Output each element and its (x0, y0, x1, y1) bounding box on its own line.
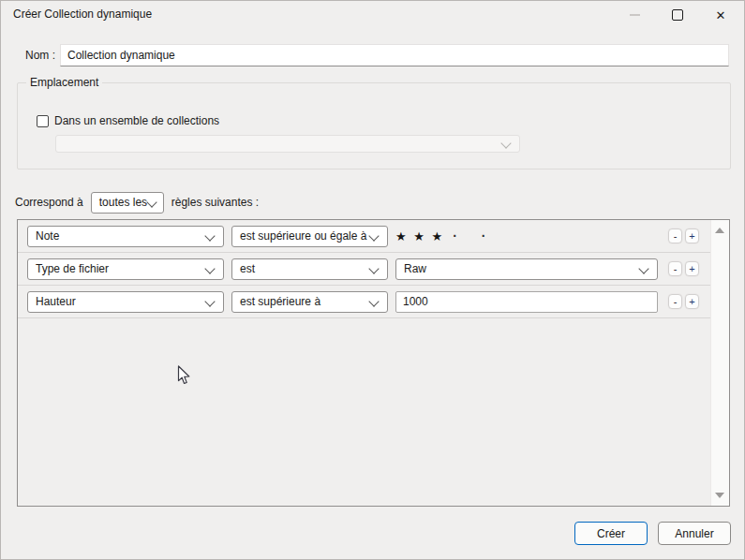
collection-set-dropdown (55, 135, 520, 153)
star-rating-empty-dots[interactable]: · · (453, 228, 496, 243)
dialog-title: Créer Collection dynamique (13, 7, 152, 21)
chevron-down-icon (500, 138, 511, 148)
cancel-button[interactable]: Annuler (658, 522, 731, 545)
rule-operator-value: est supérieure à (240, 295, 320, 308)
rule-operator-dropdown[interactable]: est supérieure ou égale à (231, 226, 388, 247)
create-button[interactable]: Créer (574, 522, 648, 545)
dialog-window: Créer Collection dynamique ✕ Nom : Empla… (0, 0, 745, 560)
match-row: Correspond à toutes les règles suivantes… (15, 191, 259, 214)
minimize-button (613, 1, 656, 29)
rule-row-file-type: Type de fichier est Raw - + (18, 253, 711, 286)
star-rating-filled[interactable]: ★ ★ ★ (395, 229, 444, 243)
rule-row-height: Hauteur est supérieure à - + (18, 286, 711, 318)
window-controls: ✕ (613, 1, 742, 29)
rule-field-value: Hauteur (36, 295, 76, 308)
rule-row-note: Note est supérieure ou égale à ★ ★ ★ · ·… (18, 220, 711, 253)
rule-value-area (395, 291, 658, 313)
location-group-title: Emplacement (26, 76, 102, 89)
close-button[interactable]: ✕ (699, 1, 742, 29)
close-icon: ✕ (716, 9, 726, 22)
rule-field-dropdown[interactable]: Hauteur (27, 291, 224, 313)
rule-operator-value: est supérieure ou égale à (240, 229, 366, 243)
add-rule-button[interactable]: + (685, 228, 699, 243)
rule-field-dropdown[interactable]: Type de fichier (27, 258, 224, 280)
rule-value-area: Raw (395, 258, 658, 280)
match-prefix-label: Correspond à (15, 196, 83, 209)
remove-rule-button[interactable]: - (668, 294, 682, 309)
collection-set-checkbox[interactable] (37, 115, 49, 127)
remove-rule-button[interactable]: - (668, 228, 682, 243)
maximize-icon (672, 9, 683, 21)
minimize-icon (630, 14, 640, 16)
rule-operator-dropdown[interactable]: est supérieure à (231, 291, 388, 313)
chevron-down-icon (368, 263, 379, 273)
remove-rule-button[interactable]: - (668, 261, 682, 276)
titlebar: Créer Collection dynamique ✕ (1, 1, 744, 29)
scroll-up-icon[interactable] (715, 228, 724, 233)
rules-rows: Note est supérieure ou égale à ★ ★ ★ · ·… (18, 220, 711, 318)
location-groupbox: Emplacement Dans un ensemble de collecti… (17, 82, 731, 169)
chevron-down-icon (204, 230, 215, 241)
chevron-down-icon (638, 263, 648, 273)
rule-value-area: ★ ★ ★ · · (395, 228, 658, 243)
collection-set-checkbox-label: Dans un ensemble de collections (54, 114, 219, 127)
match-mode-value: toutes les (99, 196, 147, 209)
rules-scrollbar[interactable] (710, 220, 729, 506)
maximize-button[interactable] (656, 1, 699, 29)
rules-panel: Note est supérieure ou égale à ★ ★ ★ · ·… (17, 219, 730, 507)
scroll-down-icon[interactable] (715, 493, 724, 498)
rule-field-dropdown[interactable]: Note (27, 226, 224, 247)
add-rule-button[interactable]: + (685, 261, 699, 276)
chevron-down-icon (368, 230, 379, 241)
match-mode-dropdown[interactable]: toutes les (91, 192, 164, 214)
rule-field-value: Note (36, 229, 59, 243)
rule-value: Raw (404, 262, 426, 275)
chevron-down-icon (368, 296, 379, 306)
rule-operator-value: est (240, 262, 255, 275)
name-label: Nom : (20, 49, 55, 62)
add-rule-button[interactable]: + (685, 294, 699, 309)
rule-field-value: Type de fichier (36, 262, 109, 275)
rule-value-dropdown[interactable]: Raw (395, 258, 658, 280)
chevron-down-icon (146, 197, 156, 207)
chevron-down-icon (204, 263, 215, 273)
chevron-down-icon (204, 296, 215, 306)
collection-set-checkbox-row[interactable]: Dans un ensemble de collections (37, 114, 219, 127)
match-suffix-label: règles suivantes : (171, 196, 259, 209)
name-input[interactable] (60, 44, 729, 66)
rule-operator-dropdown[interactable]: est (231, 258, 388, 280)
rule-value-input[interactable] (395, 291, 658, 313)
